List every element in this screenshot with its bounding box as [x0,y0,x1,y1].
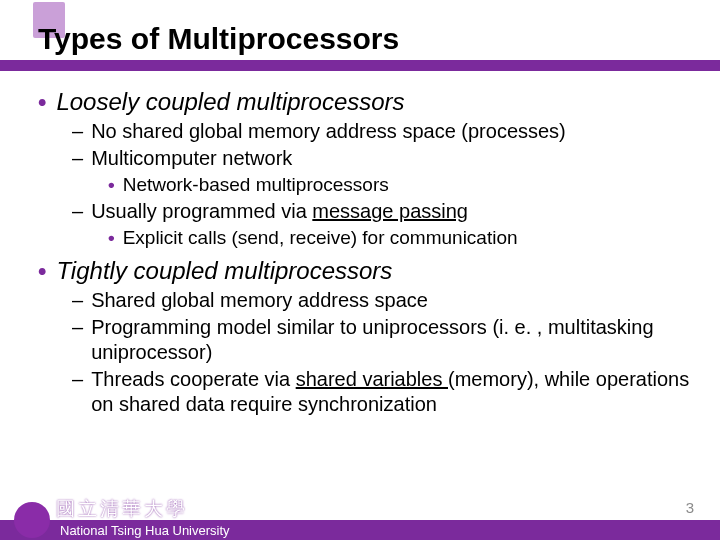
bullet-level2: – Shared global memory address space [72,288,690,313]
bullet-level2: – Threads cooperate via shared variables… [72,367,690,417]
bullet-text: Tightly coupled multiprocessors [56,256,392,286]
bullet-text: Network-based multiprocessors [123,173,389,197]
bullet-text: Loosely coupled multiprocessors [56,87,404,117]
bullet-icon: • [108,173,115,197]
slide-title: Types of Multiprocessors [38,22,720,56]
bullet-level2: – Programming model similar to uniproces… [72,315,690,365]
footer-bar: National Tsing Hua University [0,520,720,540]
slide-header: Types of Multiprocessors [0,0,720,56]
dash-icon: – [72,288,83,313]
bullet-level3: • Explicit calls (send, receive) for com… [108,226,690,250]
bullet-level1: • Tightly coupled multiprocessors [38,256,690,286]
bullet-level2: – No shared global memory address space … [72,119,690,144]
bullet-level1: • Loosely coupled multiprocessors [38,87,690,117]
bullet-text: No shared global memory address space (p… [91,119,566,144]
university-name-chinese: 國立清華大學 [56,496,188,522]
dash-icon: – [72,199,83,224]
bullet-icon: • [108,226,115,250]
bullet-icon: • [38,256,46,286]
dash-icon: – [72,367,83,417]
underlined-text: shared variables [296,368,448,390]
dash-icon: – [72,146,83,171]
bullet-text: Explicit calls (send, receive) for commu… [123,226,518,250]
dash-icon: – [72,315,83,365]
university-seal-icon [14,502,50,538]
bullet-text: Usually programmed via message passing [91,199,468,224]
slide-content: • Loosely coupled multiprocessors – No s… [0,71,720,417]
bullet-level2: – Usually programmed via message passing [72,199,690,224]
bullet-level3: • Network-based multiprocessors [108,173,690,197]
underlined-text: message passing [312,200,468,222]
title-divider [0,60,720,71]
bullet-text: Shared global memory address space [91,288,428,313]
bullet-text: Multicomputer network [91,146,292,171]
bullet-text: Threads cooperate via shared variables (… [91,367,690,417]
bullet-level2: – Multicomputer network [72,146,690,171]
bullet-icon: • [38,87,46,117]
bullet-text: Programming model similar to uniprocesso… [91,315,690,365]
slide-footer: 國立清華大學 National Tsing Hua University 3 [0,500,720,540]
page-number: 3 [686,499,694,516]
dash-icon: – [72,119,83,144]
university-name: National Tsing Hua University [60,523,230,538]
